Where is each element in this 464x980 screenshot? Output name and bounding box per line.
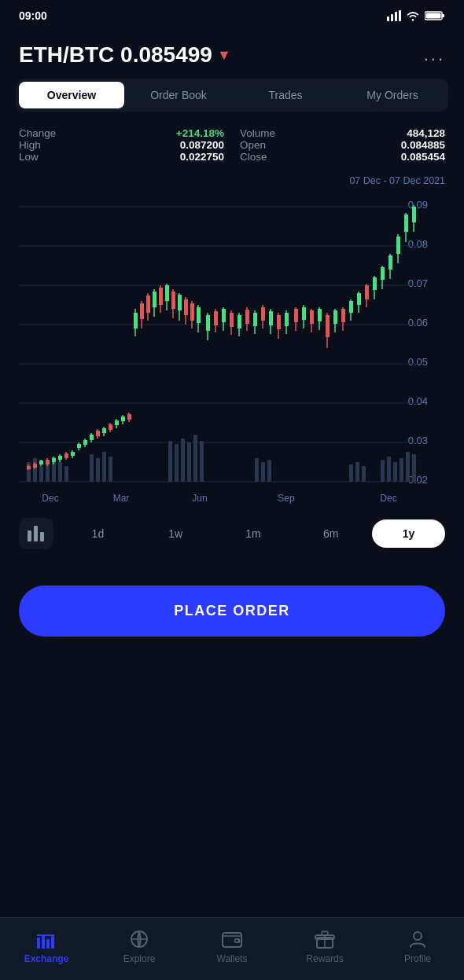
svg-rect-63 bbox=[58, 456, 62, 460]
svg-rect-55 bbox=[33, 464, 37, 468]
candlestick-chart: 0.09 0.08 0.07 0.06 0.05 0.04 0.03 0.02 bbox=[19, 191, 445, 505]
nav-exchange-label: Exchange bbox=[24, 953, 69, 964]
tab-myorders[interactable]: My Orders bbox=[340, 82, 445, 108]
svg-rect-67 bbox=[71, 452, 75, 456]
svg-rect-131 bbox=[294, 309, 298, 322]
svg-point-184 bbox=[414, 932, 422, 940]
svg-rect-48 bbox=[393, 462, 397, 482]
svg-rect-46 bbox=[381, 460, 385, 482]
svg-rect-5 bbox=[442, 14, 444, 17]
svg-rect-1 bbox=[391, 14, 393, 21]
svg-rect-171 bbox=[42, 934, 45, 949]
timerange-1m[interactable]: 1m bbox=[217, 519, 290, 548]
svg-rect-31 bbox=[96, 458, 100, 482]
svg-rect-61 bbox=[52, 458, 56, 462]
chart-container: 0.09 0.08 0.07 0.06 0.05 0.04 0.03 0.02 bbox=[19, 191, 445, 505]
svg-rect-170 bbox=[37, 938, 40, 949]
svg-rect-36 bbox=[181, 439, 185, 482]
svg-rect-44 bbox=[355, 462, 359, 482]
svg-rect-47 bbox=[387, 457, 391, 482]
stats-panel: Change +214.18% High 0.087200 Low 0.0227… bbox=[0, 124, 464, 172]
svg-rect-50 bbox=[406, 452, 410, 482]
svg-text:0.02: 0.02 bbox=[408, 474, 428, 486]
svg-rect-111 bbox=[214, 311, 218, 325]
time-range-selector: 1d 1w 1m 6m 1y bbox=[0, 505, 464, 562]
svg-rect-109 bbox=[206, 315, 210, 331]
svg-rect-87 bbox=[134, 313, 138, 329]
timerange-1y[interactable]: 1y bbox=[372, 519, 445, 548]
nav-rewards[interactable]: Rewards bbox=[301, 929, 348, 964]
nav-explore[interactable]: Explore bbox=[116, 929, 163, 964]
tab-orderbook[interactable]: Order Book bbox=[126, 82, 231, 108]
svg-rect-57 bbox=[39, 461, 43, 464]
svg-rect-69 bbox=[77, 444, 81, 448]
svg-rect-37 bbox=[187, 442, 191, 482]
svg-rect-149 bbox=[365, 285, 369, 299]
rewards-icon bbox=[315, 929, 335, 949]
tab-trades[interactable]: Trades bbox=[233, 82, 338, 108]
nav-rewards-label: Rewards bbox=[306, 953, 343, 964]
svg-rect-121 bbox=[253, 313, 257, 326]
svg-text:Mar: Mar bbox=[113, 493, 130, 504]
timerange-1d[interactable]: 1d bbox=[61, 519, 134, 548]
svg-rect-119 bbox=[245, 310, 249, 324]
svg-text:0.08: 0.08 bbox=[408, 238, 428, 250]
tab-overview[interactable]: Overview bbox=[19, 82, 124, 108]
timerange-1w[interactable]: 1w bbox=[139, 519, 212, 548]
svg-rect-77 bbox=[102, 428, 106, 433]
profile-icon bbox=[407, 929, 428, 949]
place-order-button[interactable]: PLACE ORDER bbox=[19, 585, 445, 637]
stats-left: Change +214.18% High 0.087200 Low 0.0227… bbox=[19, 127, 224, 163]
svg-rect-59 bbox=[46, 460, 50, 464]
svg-rect-32 bbox=[102, 452, 106, 482]
status-bar: 09:00 bbox=[0, 0, 464, 28]
svg-rect-49 bbox=[400, 458, 403, 482]
svg-rect-3 bbox=[399, 10, 401, 21]
time-display: 09:00 bbox=[19, 9, 47, 22]
svg-rect-35 bbox=[175, 444, 179, 482]
svg-rect-24 bbox=[33, 458, 37, 482]
wallets-icon bbox=[222, 929, 242, 949]
svg-rect-29 bbox=[64, 466, 68, 482]
svg-rect-113 bbox=[222, 309, 226, 322]
svg-rect-155 bbox=[389, 255, 392, 270]
svg-rect-81 bbox=[115, 420, 119, 425]
more-button[interactable]: ... bbox=[424, 45, 445, 65]
svg-rect-169 bbox=[40, 532, 44, 541]
pair-label: ETH/BTC 0.085499 bbox=[19, 42, 212, 68]
svg-rect-91 bbox=[146, 295, 150, 313]
svg-rect-85 bbox=[127, 414, 131, 420]
chart-type-button[interactable] bbox=[19, 518, 53, 549]
svg-rect-153 bbox=[381, 267, 385, 280]
svg-rect-159 bbox=[404, 215, 408, 232]
wifi-icon bbox=[406, 10, 420, 21]
stat-change: Change +214.18% bbox=[19, 127, 224, 139]
svg-rect-125 bbox=[269, 311, 273, 325]
nav-wallets[interactable]: Wallets bbox=[208, 929, 256, 964]
date-range: 07 Dec - 07 Dec 2021 bbox=[0, 172, 464, 191]
exchange-icon bbox=[36, 929, 57, 949]
svg-text:0.03: 0.03 bbox=[408, 435, 428, 446]
svg-rect-25 bbox=[39, 466, 43, 482]
stat-low: Low 0.022750 bbox=[19, 151, 224, 163]
svg-rect-127 bbox=[277, 315, 281, 329]
svg-rect-117 bbox=[238, 315, 241, 329]
svg-rect-173 bbox=[51, 936, 54, 949]
explore-icon bbox=[129, 929, 149, 949]
svg-rect-157 bbox=[396, 237, 400, 254]
pair-title[interactable]: ETH/BTC 0.085499 ▼ bbox=[19, 42, 231, 68]
svg-text:0.04: 0.04 bbox=[408, 395, 428, 407]
timerange-6m[interactable]: 6m bbox=[294, 519, 367, 548]
svg-rect-0 bbox=[387, 17, 389, 21]
svg-text:0.09: 0.09 bbox=[408, 199, 428, 211]
svg-rect-83 bbox=[121, 417, 125, 421]
place-order-section: PLACE ORDER bbox=[0, 562, 464, 652]
svg-rect-39 bbox=[200, 441, 204, 482]
svg-rect-2 bbox=[395, 12, 397, 21]
svg-rect-51 bbox=[412, 454, 416, 482]
nav-exchange[interactable]: Exchange bbox=[23, 929, 70, 964]
svg-rect-34 bbox=[168, 441, 172, 482]
dropdown-chevron[interactable]: ▼ bbox=[217, 47, 231, 64]
nav-profile[interactable]: Profile bbox=[394, 929, 441, 964]
svg-rect-99 bbox=[171, 292, 175, 309]
